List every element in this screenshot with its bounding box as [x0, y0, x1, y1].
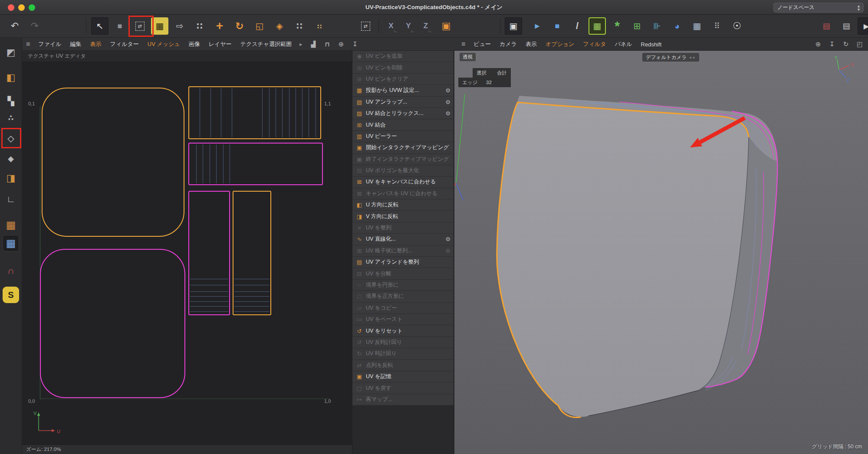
make-editable-icon[interactable]: ◩ [3, 44, 19, 61]
menu-カメラ[interactable]: カメラ [495, 40, 521, 48]
refresh-icon[interactable]: ↻ [841, 39, 851, 49]
pointer-view-icon[interactable]: ► [529, 17, 546, 35]
menu-レイヤー[interactable]: レイヤー [204, 40, 236, 48]
uv-island-strip-mid[interactable] [188, 143, 323, 185]
command-row[interactable]: ▥UV ピーラー [352, 131, 454, 142]
gear-icon[interactable]: ⚙ [444, 236, 450, 242]
camera-selector[interactable]: デフォルトカメラ ∘∘ [642, 53, 699, 62]
selection-grid-icon[interactable]: ∷ [191, 17, 208, 35]
snap-dots-icon[interactable]: ∷ [291, 17, 308, 35]
uv-canvas[interactable]: 0,1 1,1 0,0 1,0 V U [22, 62, 352, 444]
render-dots-icon[interactable]: ⠶ [311, 17, 328, 35]
axis-lock-icon[interactable]: ◈ [271, 17, 288, 35]
pan-icon[interactable]: ⊕ [336, 39, 346, 49]
command-row[interactable]: ▤UV アイランドを整列 [352, 257, 454, 268]
uv-poly-grid-icon[interactable]: ▦ [3, 235, 19, 251]
menu-UV メッシュ[interactable]: UV メッシュ [143, 40, 184, 48]
viewport-menu-icon[interactable]: ≡ [457, 40, 469, 48]
command-row[interactable]: ⊠UV をキャンバスに合わせる [352, 176, 454, 188]
command-row[interactable]: ▣開始インタラクティブマッピング [352, 142, 454, 154]
brush-icon[interactable]: / [569, 17, 586, 35]
viewport-canvas[interactable] [454, 51, 868, 454]
menu-オプション[interactable]: オプション [541, 40, 579, 48]
magnet-icon[interactable]: ∩ [3, 263, 19, 279]
menu-Redshift[interactable]: Redshift [637, 41, 666, 48]
menu-表示[interactable]: 表示 [521, 40, 541, 48]
command-row[interactable]: ◨V 方向に反転 [352, 211, 454, 222]
uv-island-strip-top[interactable] [188, 86, 321, 139]
menu-編集[interactable]: 編集 [66, 40, 86, 48]
menu-画像[interactable]: 画像 [184, 40, 204, 48]
redo-icon[interactable]: ↷ [26, 17, 43, 35]
picker-icon[interactable]: ⠿ [708, 17, 726, 35]
command-row[interactable]: ∿UV 直線化...⚙ [352, 234, 454, 245]
axis-z-button[interactable]: Z∟ [418, 17, 433, 35]
projection-icon[interactable]: ⇨ [171, 17, 188, 35]
live-selection-icon[interactable]: ↖ [91, 17, 108, 35]
command-row[interactable]: ▨UV 結合とリラックス...⚙ [352, 108, 454, 119]
uv-texture-view-icon[interactable]: ▦ [151, 17, 168, 35]
command-row[interactable]: ◧U 方向に反転 [352, 199, 454, 211]
gear-icon[interactable]: ⚙ [444, 87, 450, 94]
gear-icon[interactable]: ⚙ [444, 248, 450, 254]
play-icon[interactable]: ▶ [858, 17, 868, 35]
menu-表示[interactable]: 表示 [86, 40, 106, 48]
maximize-icon[interactable]: ◰ [855, 39, 865, 49]
film-a-icon[interactable]: ▤ [818, 17, 835, 35]
view-axis-gizmo[interactable]: Y X Z [826, 55, 861, 83]
uv-commands-icon[interactable]: ⇄ [357, 17, 374, 35]
menu-テクスチャ選択範囲[interactable]: テクスチャ選択範囲 [236, 40, 296, 48]
star-green-icon[interactable]: * [608, 17, 626, 35]
dock-icon[interactable]: ↧ [350, 39, 360, 49]
menu-ファイル[interactable]: ファイル [34, 40, 66, 48]
cube-green-icon[interactable]: ▦ [589, 17, 606, 35]
menu-フィルタ[interactable]: フィルタ [579, 40, 610, 48]
table-icon[interactable]: ▦ [688, 17, 706, 35]
undo-icon[interactable]: ↶ [6, 17, 23, 35]
gear-icon[interactable]: ⚙ [444, 110, 450, 117]
cube-blue-icon[interactable]: ■ [549, 17, 566, 35]
lock-icon[interactable]: ⊓ [322, 39, 332, 49]
command-row[interactable]: ▧UV アンラップ...⚙ [352, 97, 454, 108]
uv-island-body-bottom[interactable] [40, 249, 185, 398]
axis-mode-icon[interactable]: ∟ [3, 191, 19, 207]
move-icon[interactable]: + [211, 17, 228, 35]
box-select-icon[interactable]: ■ [111, 17, 128, 35]
point-mode-icon[interactable]: ∴ [3, 110, 19, 126]
histogram-icon[interactable]: ▟ [309, 39, 318, 49]
menu-パネル[interactable]: パネル [611, 40, 637, 48]
substance-icon[interactable]: S [3, 287, 19, 303]
menu-フィルター[interactable]: フィルター [106, 40, 143, 48]
model-mode-icon[interactable]: ◧ [3, 69, 19, 86]
menu-ビュー[interactable]: ビュー [469, 40, 495, 48]
render-view-icon[interactable]: ▣ [505, 17, 522, 35]
texture-mode-icon[interactable]: ▚ [3, 93, 19, 109]
axis-y-button[interactable]: Y∟ [401, 17, 416, 35]
light-icon[interactable]: ☉ [728, 17, 746, 35]
tab-texture-uv-editor[interactable]: テクスチャ UV エディタ [22, 52, 86, 60]
scale-icon[interactable]: ◱ [251, 17, 268, 35]
axis-x-button[interactable]: X∟ [384, 17, 398, 35]
command-row[interactable]: ⊞UV 結合 [352, 119, 454, 131]
dock-icon[interactable]: ↧ [827, 39, 837, 49]
texture-axis-icon[interactable]: ◨ [3, 170, 19, 186]
uv-point-grid-icon[interactable]: ▦ [3, 217, 19, 233]
pan-icon[interactable]: ⊕ [813, 39, 823, 49]
rotate-icon[interactable]: ↻ [231, 17, 248, 35]
nodespace-dropdown[interactable]: ノードスペース ▴▾ [773, 3, 864, 13]
uv-island-body-top[interactable] [42, 88, 184, 237]
menu-overflow-icon[interactable]: ▸ [296, 41, 306, 47]
uv-editor-menu-icon[interactable]: ≡ [22, 40, 34, 48]
command-row[interactable]: ↺UV をリセット [352, 325, 454, 336]
polygon-mode-icon[interactable]: ◆ [3, 150, 19, 167]
hbars-icon[interactable]: ⊪ [648, 17, 666, 35]
sphere-blue-icon[interactable]: ◕ [668, 17, 686, 35]
command-row[interactable]: ▣UV を記憶 [352, 371, 454, 382]
film-b-icon[interactable]: ▤ [838, 17, 855, 35]
cubes-green-icon[interactable]: ⊞ [628, 17, 646, 35]
uv-island-strip-right[interactable] [233, 191, 271, 315]
command-row[interactable]: ▦投影から UVW 設定...⚙ [352, 85, 454, 96]
uv-island-strip-left[interactable] [188, 191, 230, 315]
world-coords-icon[interactable]: ▣ [437, 17, 455, 35]
gear-icon[interactable]: ⚙ [444, 99, 450, 105]
